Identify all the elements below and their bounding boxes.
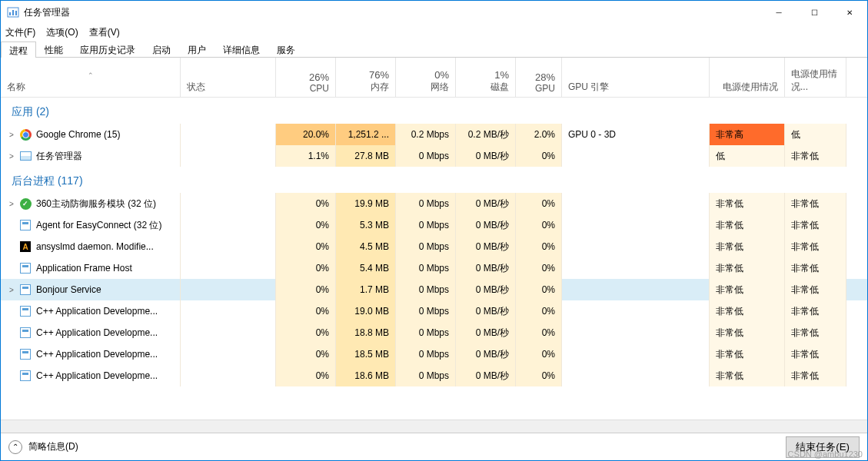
brief-info-link[interactable]: 简略信息(D) <box>28 440 78 453</box>
header-power-trend[interactable]: 电源使用情况... <box>785 58 846 97</box>
mem-cell: 18.6 MB <box>336 365 396 386</box>
process-row[interactable]: Agent for EasyConnect (32 位)0%5.3 MB0 Mb… <box>1 214 867 236</box>
power-trend-cell: 非常低 <box>785 145 846 167</box>
status-cell <box>181 300 276 322</box>
power-cell: 非常低 <box>710 365 785 386</box>
header-status[interactable]: 状态 <box>181 58 276 97</box>
process-name-label: Agent for EasyConnect (32 位) <box>36 219 161 232</box>
header-power[interactable]: 电源使用情况 <box>710 58 785 97</box>
net-cell: 0 Mbps <box>396 214 456 236</box>
process-name-label: C++ Application Developme... <box>36 327 158 338</box>
tab-0[interactable]: 进程 <box>1 41 36 58</box>
mem-cell: 5.4 MB <box>336 257 396 279</box>
menu-options[interactable]: 选项(O) <box>46 26 78 39</box>
process-row[interactable]: C++ Application Developme...0%18.5 MB0 M… <box>1 343 867 365</box>
gpu-engine-cell <box>562 193 710 214</box>
mem-cell: 19.9 MB <box>336 193 396 214</box>
header-gpu-pct: 28% <box>535 71 555 83</box>
header-net-pct: 0% <box>434 69 449 81</box>
status-cell <box>181 193 276 214</box>
process-row[interactable]: C++ Application Developme...0%18.6 MB0 M… <box>1 365 867 386</box>
header-gpuengine-label: GPU 引擎 <box>568 81 703 94</box>
process-name-label: C++ Application Developme... <box>36 349 158 360</box>
window-title: 任务管理器 <box>24 6 761 19</box>
svg-rect-2 <box>12 10 14 15</box>
cpu-cell: 0% <box>276 236 336 257</box>
svg-rect-3 <box>15 11 17 15</box>
header-cpu[interactable]: 26% CPU <box>276 58 336 97</box>
process-name-cell[interactable]: Agent for EasyConnect (32 位) <box>1 214 181 236</box>
header-disk[interactable]: 1% 磁盘 <box>456 58 516 97</box>
process-row[interactable]: >任务管理器1.1%27.8 MB0 Mbps0 MB/秒0%低非常低 <box>1 145 867 167</box>
minimize-button[interactable]: ─ <box>761 1 796 24</box>
net-cell: 0 Mbps <box>396 322 456 343</box>
power-cell: 非常低 <box>710 300 785 322</box>
process-row[interactable]: >✓360主动防御服务模块 (32 位)0%19.9 MB0 Mbps0 MB/… <box>1 193 867 214</box>
process-row[interactable]: C++ Application Developme...0%19.0 MB0 M… <box>1 300 867 322</box>
power-cell: 非常高 <box>710 124 785 145</box>
header-mem-pct: 76% <box>369 69 389 81</box>
process-name-cell[interactable]: C++ Application Developme... <box>1 322 181 343</box>
process-name-cell[interactable]: Application Frame Host <box>1 257 181 279</box>
header-gpu-engine[interactable]: GPU 引擎 <box>562 58 710 97</box>
tab-strip: 进程性能应用历史记录启动用户详细信息服务 <box>1 41 867 58</box>
process-row[interactable]: Application Frame Host0%5.4 MB0 Mbps0 MB… <box>1 257 867 279</box>
disk-cell: 0 MB/秒 <box>456 300 516 322</box>
gpu-cell: 0% <box>516 322 562 343</box>
header-name[interactable]: ⌃ 名称 <box>1 58 181 97</box>
header-memory[interactable]: 76% 内存 <box>336 58 396 97</box>
tab-6[interactable]: 服务 <box>268 41 304 57</box>
tab-4[interactable]: 用户 <box>179 41 215 57</box>
header-cpu-pct: 26% <box>309 71 329 83</box>
tab-2[interactable]: 应用历史记录 <box>72 41 144 57</box>
process-list[interactable]: 应用 (2)>Google Chrome (15)20.0%1,251.2 ..… <box>1 98 867 420</box>
maximize-button[interactable]: ☐ <box>796 1 832 24</box>
header-mem-label: 内存 <box>371 81 389 94</box>
process-name-cell[interactable]: C++ Application Developme... <box>1 300 181 322</box>
header-gpu-label: GPU <box>535 83 555 94</box>
power-cell: 非常低 <box>710 257 785 279</box>
disk-cell: 0.2 MB/秒 <box>456 124 516 145</box>
process-name-cell[interactable]: >Bonjour Service <box>1 279 181 300</box>
tab-1[interactable]: 性能 <box>36 41 72 57</box>
power-trend-cell: 非常低 <box>785 365 846 386</box>
gpu-cell: 2.0% <box>516 124 562 145</box>
gpu-cell: 0% <box>516 300 562 322</box>
process-row[interactable]: C++ Application Developme...0%18.8 MB0 M… <box>1 322 867 343</box>
menu-view[interactable]: 查看(V) <box>89 26 120 39</box>
horizontal-scrollbar[interactable] <box>1 420 867 433</box>
expander-icon[interactable]: > <box>7 286 16 294</box>
360-icon: ✓ <box>19 197 32 210</box>
process-name-cell[interactable]: C++ Application Developme... <box>1 365 181 386</box>
collapse-icon[interactable]: ⌃ <box>8 440 22 454</box>
process-name-cell[interactable]: >✓360主动防御服务模块 (32 位) <box>1 193 181 214</box>
end-task-button[interactable]: 结束任务(E) <box>786 436 860 458</box>
close-button[interactable]: ✕ <box>832 1 867 24</box>
cpu-cell: 0% <box>276 257 336 279</box>
process-name-cell[interactable]: C++ Application Developme... <box>1 343 181 365</box>
tab-3[interactable]: 启动 <box>144 41 179 57</box>
expander-icon[interactable]: > <box>7 152 16 161</box>
disk-cell: 0 MB/秒 <box>456 145 516 167</box>
titlebar[interactable]: 任务管理器 ─ ☐ ✕ <box>1 1 867 24</box>
process-row[interactable]: >Bonjour Service0%1.7 MB0 Mbps0 MB/秒0%非常… <box>1 279 867 300</box>
expander-icon[interactable]: > <box>7 200 16 208</box>
menu-file[interactable]: 文件(F) <box>5 26 35 39</box>
process-row[interactable]: >Google Chrome (15)20.0%1,251.2 ...0.2 M… <box>1 124 867 145</box>
process-name-label: Application Frame Host <box>36 263 132 274</box>
status-cell <box>181 124 276 145</box>
process-name-cell[interactable]: >Google Chrome (15) <box>1 124 181 145</box>
status-cell <box>181 257 276 279</box>
header-gpu[interactable]: 28% GPU <box>516 58 562 97</box>
process-name-cell[interactable]: >任务管理器 <box>1 145 181 167</box>
generic-icon <box>19 219 32 231</box>
process-name-cell[interactable]: Aansyslmd daemon. Modifie... <box>1 236 181 257</box>
disk-cell: 0 MB/秒 <box>456 257 516 279</box>
header-network[interactable]: 0% 网络 <box>396 58 456 97</box>
process-row[interactable]: Aansyslmd daemon. Modifie...0%4.5 MB0 Mb… <box>1 236 867 257</box>
tab-5[interactable]: 详细信息 <box>215 41 268 57</box>
expander-icon[interactable]: > <box>7 131 16 139</box>
process-name-label: 任务管理器 <box>36 150 82 163</box>
power-trend-cell: 非常低 <box>785 257 846 279</box>
status-cell <box>181 279 276 300</box>
